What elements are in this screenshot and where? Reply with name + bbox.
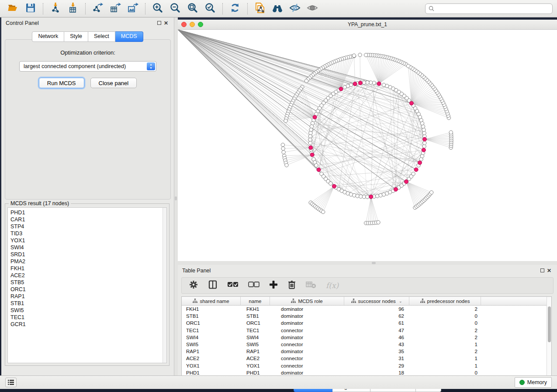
graph-node[interactable] [281, 147, 285, 150]
table-row[interactable]: ACE2ACE2connector311 [182, 355, 547, 362]
mcds-result-item[interactable]: PHD1 [10, 209, 166, 216]
column-header-shared-name[interactable]: shared name [182, 297, 241, 305]
mcds-hub-node[interactable] [313, 115, 317, 119]
delete-column-button[interactable] [287, 280, 296, 291]
graph-node[interactable] [429, 191, 433, 194]
graph-node[interactable] [449, 131, 453, 134]
mcds-result-item[interactable]: PMA2 [10, 258, 166, 265]
float-panel-icon[interactable] [156, 20, 163, 26]
table-row[interactable]: SWI5SWI5connector431 [182, 341, 547, 348]
mcds-hub-node[interactable] [309, 146, 313, 150]
mcds-hub-node[interactable] [317, 168, 321, 172]
mcds-hub-node[interactable] [358, 81, 362, 85]
graph-node[interactable] [309, 128, 313, 131]
graph-node[interactable] [406, 64, 410, 68]
mcds-result-item[interactable]: YOX1 [10, 237, 166, 244]
mcds-hub-node[interactable] [377, 82, 381, 86]
mcds-result-item[interactable]: SWI4 [10, 244, 166, 251]
graph-node[interactable] [329, 182, 332, 185]
table-row[interactable]: YOX1YOX1connector291 [182, 362, 547, 369]
vertical-splitter[interactable] [174, 17, 178, 375]
tab-select[interactable]: Select [88, 31, 115, 42]
mcds-hub-node[interactable] [405, 180, 408, 184]
graph-node[interactable] [285, 163, 288, 167]
graph-node[interactable] [422, 128, 426, 131]
zoom-fit-button[interactable] [184, 1, 201, 16]
zoom-selected-button[interactable] [201, 1, 219, 16]
table-settings-gear-button[interactable] [189, 280, 198, 291]
mcds-hub-node[interactable] [310, 153, 314, 157]
tab-mcds[interactable]: MCDS [115, 31, 143, 42]
mcds-hub-node[interactable] [339, 87, 343, 91]
graph-node[interactable] [310, 125, 313, 128]
mcds-result-list[interactable]: PHD1CAR1STP4TID3YOX1SWI4SRD1PMA2FKH1ACE2… [7, 207, 167, 363]
mcds-hub-node[interactable] [353, 82, 357, 86]
close-panel-button[interactable]: Close panel [90, 78, 137, 88]
mcds-hub-node[interactable] [332, 184, 336, 188]
mcds-result-item[interactable]: ACE2 [10, 272, 166, 279]
graph-node[interactable] [362, 81, 366, 84]
graph-node[interactable] [412, 172, 415, 175]
column-header-successor-nodes[interactable]: successor nodes⌄ [344, 297, 409, 305]
mcds-hub-node[interactable] [394, 187, 398, 191]
column-header-predecessor-nodes[interactable]: predecessor nodes [409, 297, 481, 305]
show-graphics-button[interactable] [304, 1, 321, 16]
toggle-columns-button[interactable] [208, 280, 218, 291]
select-all-rows-button[interactable] [227, 281, 239, 290]
open-file-button[interactable] [4, 1, 22, 16]
import-network-button[interactable] [47, 1, 64, 16]
graph-node[interactable] [321, 210, 325, 213]
graph-node[interactable] [382, 83, 385, 86]
result-scrollbar[interactable] [163, 208, 166, 363]
graph-node[interactable] [353, 193, 356, 197]
export-network-button[interactable] [89, 1, 107, 16]
network-titlebar[interactable]: YPA_prune.txt_1 [178, 20, 557, 30]
deselect-all-rows-button[interactable] [248, 281, 259, 290]
column-header-name[interactable]: name [241, 297, 270, 305]
mcds-hub-node[interactable] [369, 195, 373, 199]
mcds-result-item[interactable]: CAR1 [10, 216, 166, 223]
tab-style[interactable]: Style [64, 31, 88, 42]
save-session-button[interactable] [22, 1, 39, 16]
graph-node[interactable] [422, 131, 426, 135]
mcds-hub-node[interactable] [409, 101, 413, 105]
graph-node[interactable] [377, 220, 380, 224]
close-table-panel-icon[interactable]: ✕ [546, 268, 553, 274]
graph-node[interactable] [376, 194, 379, 198]
graph-node[interactable] [281, 143, 284, 147]
float-table-panel-icon[interactable] [539, 268, 546, 274]
graph-node[interactable] [284, 119, 287, 123]
graph-node[interactable] [282, 150, 285, 154]
refresh-button[interactable] [226, 1, 244, 16]
table-row[interactable]: ORC1ORC1dominator610 [182, 320, 547, 327]
criterion-select[interactable]: largest connected component (undirected)… [19, 61, 156, 72]
zoom-in-button[interactable] [149, 1, 166, 16]
hide-graphics-button[interactable] [286, 1, 304, 16]
export-table-button[interactable] [107, 1, 124, 16]
graph-node[interactable] [366, 195, 369, 199]
zoom-out-button[interactable] [166, 1, 184, 16]
search-box[interactable] [425, 3, 553, 14]
graph-node[interactable] [343, 86, 346, 89]
table-row[interactable]: TEC1TEC1connector472 [182, 327, 547, 334]
export-image-button[interactable] [124, 1, 142, 16]
graph-node[interactable] [358, 53, 362, 57]
table-scrollbar[interactable] [547, 297, 551, 381]
mcds-result-item[interactable]: ORC1 [10, 286, 166, 293]
tab-network[interactable]: Network [32, 31, 64, 42]
mcds-hub-node[interactable] [414, 168, 418, 172]
table-row[interactable]: STB1STB1dominator620 [182, 313, 547, 320]
graph-node[interactable] [364, 53, 367, 57]
graph-node[interactable] [356, 194, 359, 198]
graph-node[interactable] [308, 141, 312, 144]
mcds-result-item[interactable]: SWI5 [10, 307, 166, 314]
horizontal-splitter[interactable] [178, 261, 557, 265]
mcds-hub-node[interactable] [418, 161, 422, 165]
mcds-result-item[interactable]: FKH1 [10, 265, 166, 272]
table-row[interactable]: FKH1FKH1dominator962 [182, 306, 547, 313]
import-table-button[interactable] [64, 1, 82, 16]
graph-node[interactable] [304, 79, 308, 83]
table-row[interactable]: SWI4SWI4dominator462 [182, 334, 547, 341]
network-canvas[interactable] [178, 30, 557, 261]
add-column-button[interactable] [269, 280, 278, 291]
